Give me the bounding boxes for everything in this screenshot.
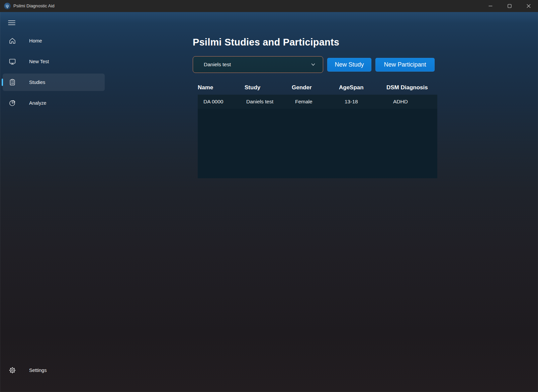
sidebar-item-label: Studies [29,74,45,91]
column-header-agespan[interactable]: AgeSpan [339,81,386,95]
pie-chart-icon [9,99,16,107]
cell-gender: Female [292,95,339,109]
sidebar-item-label: Analyze [29,94,47,112]
chevron-down-icon [311,62,316,67]
app-psi-icon: ψ [4,3,11,9]
home-icon [9,37,16,44]
close-button[interactable] [519,0,538,12]
cell-study: Daniels test [245,95,292,109]
column-header-gender[interactable]: Gender [292,81,339,95]
sidebar-item-new-test[interactable]: New Test [3,53,105,70]
clipboard-checklist-icon [9,79,16,86]
new-participant-button[interactable]: New Participant [375,58,435,72]
maximize-button[interactable] [500,0,519,12]
column-header-dsm-diagnosis[interactable]: DSM Diagnosis [386,81,437,95]
app-content: Home New Test Studies Analyze [0,12,538,392]
titlebar: ψ Psilmi Diagnostic Aid [0,0,538,12]
minimize-button[interactable] [481,0,500,12]
monitor-icon [9,58,16,65]
cell-dsm-diagnosis: ADHD [386,95,437,109]
page-title: Psilmi Studies and Participants [193,37,339,48]
sidebar-item-analyze[interactable]: Analyze [3,94,105,112]
sidebar-item-label: Home [29,32,42,50]
app-title: Psilmi Diagnostic Aid [13,3,55,8]
maximize-icon [508,4,512,8]
participants-table: Name Study Gender AgeSpan DSM Diagnosis … [198,81,437,178]
study-select[interactable]: Daniels test [193,56,323,73]
table-body: DA 0000 Daniels test Female 13-18 ADHD [198,95,437,178]
table-row[interactable]: DA 0000 Daniels test Female 13-18 ADHD [198,95,437,109]
sidebar-item-label: New Test [29,53,49,70]
close-icon [527,4,531,8]
column-header-study[interactable]: Study [245,81,292,95]
cell-agespan: 13-18 [339,95,386,109]
sidebar-item-settings[interactable]: Settings [3,362,105,379]
gear-icon [9,367,16,374]
table-header-row: Name Study Gender AgeSpan DSM Diagnosis [198,81,437,95]
cell-name: DA 0000 [198,95,245,109]
column-header-name[interactable]: Name [198,81,245,95]
sidebar-item-home[interactable]: Home [3,32,105,50]
sidebar-item-label: Settings [29,362,47,379]
minimize-icon [488,4,492,8]
hamburger-menu-icon [8,20,15,25]
sidebar-item-studies[interactable]: Studies [3,74,105,91]
selected-indicator [2,79,3,86]
nav-menu-button[interactable] [5,17,18,29]
new-study-button[interactable]: New Study [327,58,371,72]
study-select-value: Daniels test [204,62,231,68]
